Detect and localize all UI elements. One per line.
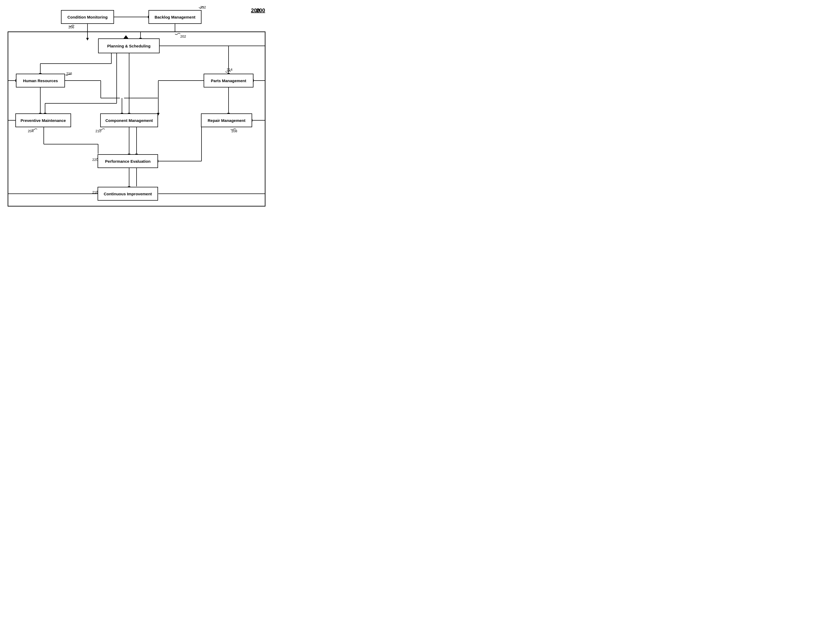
ref-202: 202 xyxy=(180,34,186,38)
ref-218: 218 xyxy=(92,190,98,194)
parts-management-box: Parts Management xyxy=(204,74,254,88)
performance-evaluation-box: Performance Evaluation xyxy=(97,154,158,168)
human-resources-label: Human Resources xyxy=(23,78,58,83)
repair-management-label: Repair Management xyxy=(208,118,246,123)
preventive-maintenance-label: Preventive Maintenance xyxy=(21,118,66,123)
diagram-container: 200 xyxy=(0,0,276,215)
preventive-maintenance-box: Preventive Maintenance xyxy=(16,113,71,127)
continuous-improvement-box: Continuous Improvement xyxy=(97,187,158,201)
performance-evaluation-label: Performance Evaluation xyxy=(105,159,151,163)
repair-management-box: Repair Management xyxy=(201,113,252,127)
planning-scheduling-box: Planning & Scheduling xyxy=(98,38,160,53)
ref-214: 214 xyxy=(227,67,232,72)
backlog-management-box: Backlog Management xyxy=(149,10,201,24)
parts-management-label: Parts Management xyxy=(211,78,246,83)
ref-212: 212 xyxy=(200,5,206,9)
backlog-management-label: Backlog Management xyxy=(155,15,195,19)
condition-monitoring-label: Condition Monitoring xyxy=(67,15,108,19)
diagram-arrows xyxy=(0,0,276,215)
svg-marker-4 xyxy=(86,38,89,41)
ref-208: 208 xyxy=(232,129,237,133)
ref-204: 204 xyxy=(28,129,34,133)
condition-monitoring-box: Condition Monitoring xyxy=(61,10,114,24)
diagram-number-label: 200 xyxy=(256,8,265,14)
component-management-box: Component Management xyxy=(100,113,158,127)
ref-210: 210 xyxy=(96,129,101,133)
component-management-label: Component Management xyxy=(105,118,153,123)
planning-scheduling-label: Planning & Scheduling xyxy=(107,44,151,48)
ref-206: 206 xyxy=(68,25,74,29)
continuous-improvement-label: Continuous Improvement xyxy=(104,192,152,196)
ref-216: 216 xyxy=(66,72,72,75)
human-resources-box: Human Resources xyxy=(16,74,65,88)
ref-220: 220 xyxy=(92,158,98,161)
